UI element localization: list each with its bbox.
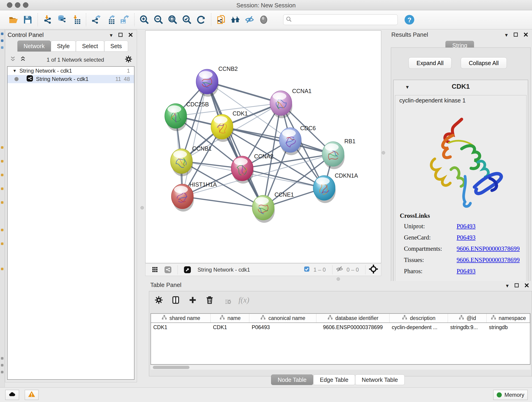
collapse-panel-icon[interactable]: ▼: [504, 32, 509, 38]
copy-document-button[interactable]: [214, 12, 228, 27]
select-columns-icon[interactable]: [169, 294, 182, 306]
open-folder-button[interactable]: [6, 12, 21, 27]
zoom-fit-button[interactable]: [166, 12, 180, 27]
network-edge-CCNB2-HIST1H1A[interactable]: [182, 82, 207, 196]
network-view-canvas[interactable]: CCNB2CCNA1CDC25BCDK1CDC6RB1CCNB1CCNA2CDK…: [145, 31, 381, 263]
open-external-view-icon[interactable]: [181, 263, 194, 276]
tab-edge-table[interactable]: Edge Table: [313, 375, 355, 385]
network-node-RB1[interactable]: RB1: [322, 138, 355, 169]
import-table-button[interactable]: [69, 12, 83, 27]
network-node-HIST1H1A[interactable]: HIST1H1A: [171, 181, 217, 211]
table-row[interactable]: CDK1CDK1P064939606.ENSP00000378699cyclin…: [151, 323, 530, 332]
export-network-button[interactable]: [89, 12, 103, 27]
table-hscrollbar-thumb[interactable]: [153, 366, 190, 369]
network-node-CCNB1[interactable]: CCNB1: [171, 145, 212, 176]
network-edge-CCNB2-CCNE1[interactable]: [207, 82, 263, 208]
eye-button[interactable]: [257, 12, 271, 27]
grid-view-icon[interactable]: [149, 263, 162, 276]
export-table-button[interactable]: [103, 12, 117, 27]
collapse-panel-icon[interactable]: ▼: [505, 283, 510, 288]
expand-all-button[interactable]: Expand All: [409, 57, 452, 69]
network-node-CDC25B[interactable]: CDC25B: [165, 101, 209, 131]
zoom-selected-button[interactable]: [180, 12, 194, 27]
column-header-canonical-name[interactable]: canonical name: [249, 314, 316, 322]
crosslink-value-link[interactable]: 9606.ENSP00000378699: [457, 245, 520, 252]
table-cell[interactable]: 9606.ENSP00000378699: [317, 323, 389, 332]
crosslink-value-link[interactable]: P06493: [457, 223, 476, 230]
column-header-namespace[interactable]: namespace: [487, 314, 530, 322]
tree-expander-icon[interactable]: ▼: [13, 69, 17, 73]
network-options-gear-icon[interactable]: [124, 55, 133, 65]
tab-select[interactable]: Select: [76, 41, 104, 51]
tab-sets[interactable]: Sets: [104, 41, 128, 51]
help-button[interactable]: ?: [402, 12, 417, 27]
float-panel-icon[interactable]: [513, 32, 519, 38]
float-panel-icon[interactable]: [514, 282, 520, 289]
save-button[interactable]: [21, 12, 35, 27]
zoom-in-button[interactable]: [137, 12, 152, 27]
import-network-button[interactable]: [41, 12, 55, 27]
float-panel-icon[interactable]: [118, 32, 123, 39]
delete-column-icon[interactable]: [203, 294, 216, 306]
table-cell[interactable]: stringdb:9...: [448, 323, 487, 332]
network-tree-root-row[interactable]: ▼ String Network - cdk1 1: [7, 67, 134, 75]
collapse-all-networks-icon[interactable]: [19, 56, 26, 64]
crosslink-label: Compartments:: [404, 245, 457, 252]
right-splitter-knob[interactable]: [382, 151, 385, 154]
network-node-CCNA1[interactable]: CCNA1: [270, 88, 312, 118]
table-cell[interactable]: CDK1: [210, 323, 249, 332]
column-header-shared-name[interactable]: shared name: [151, 314, 210, 322]
network-tree-row-selected[interactable]: String Network - cdk1 11 48: [7, 75, 134, 83]
left-splitter-knob[interactable]: [140, 206, 144, 210]
cloud-button[interactable]: [5, 390, 19, 400]
crosslink-value-link[interactable]: P06493: [457, 234, 476, 241]
hide-eye-button[interactable]: [242, 12, 257, 27]
crosslink-value-link[interactable]: P06493: [457, 268, 476, 275]
column-header-name[interactable]: name: [210, 314, 249, 322]
table-cell[interactable]: P06493: [249, 323, 316, 332]
add-column-icon[interactable]: [186, 294, 199, 306]
search-input[interactable]: [292, 17, 395, 23]
column-header-database-identifier[interactable]: database identifier: [317, 314, 389, 322]
delete-table-icon[interactable]: [220, 294, 233, 306]
close-panel-icon[interactable]: [128, 32, 133, 39]
tab-network[interactable]: Network: [17, 41, 51, 51]
crosslink-value-link[interactable]: 9606.ENSP00000378699: [457, 256, 520, 264]
tab-node-table[interactable]: Node Table: [271, 375, 313, 385]
import-database-button[interactable]: [55, 12, 69, 27]
table-gear-icon[interactable]: [152, 294, 165, 306]
hidden-eye-slash-icon[interactable]: [336, 265, 343, 274]
zoom-out-button[interactable]: [152, 12, 166, 27]
network-node-CDC6[interactable]: CDC6: [279, 125, 316, 155]
export-image-button[interactable]: [117, 12, 132, 27]
warning-button[interactable]: [25, 390, 38, 400]
function-builder-icon[interactable]: f(x): [237, 294, 251, 306]
collapse-all-button[interactable]: Collapse All: [461, 57, 507, 69]
bottom-splitter-knob[interactable]: [336, 277, 340, 281]
tab-network-table[interactable]: Network Table: [355, 375, 405, 385]
close-panel-icon[interactable]: [523, 32, 529, 38]
share-view-icon[interactable]: [162, 263, 174, 276]
fit-content-crosshair-icon[interactable]: [369, 264, 378, 275]
network-node-CCNB2[interactable]: CCNB2: [196, 65, 238, 97]
search-box[interactable]: [283, 14, 398, 25]
table-cell[interactable]: CDK1: [151, 323, 210, 332]
selected-checkbox-icon[interactable]: [303, 266, 310, 274]
table-cell[interactable]: stringdb: [487, 323, 530, 332]
table-hscrollbar[interactable]: [151, 365, 530, 370]
network-node-CCNA2[interactable]: CCNA2: [231, 153, 273, 184]
node-table-container: f(x) shared namenamecanonical namedataba…: [149, 291, 532, 376]
refresh-button[interactable]: [194, 12, 208, 27]
column-header--id[interactable]: @id: [448, 314, 487, 322]
network-node-CDKN1A[interactable]: CDKN1A: [313, 172, 358, 203]
column-header-description[interactable]: description: [389, 314, 448, 322]
table-cell[interactable]: cyclin-dependent ...: [389, 323, 448, 332]
close-panel-icon[interactable]: [524, 282, 530, 289]
expand-all-networks-icon[interactable]: [9, 56, 16, 64]
memory-button[interactable]: Memory: [493, 390, 528, 400]
home-pair-button[interactable]: [228, 12, 242, 27]
collapse-panel-icon[interactable]: ▼: [109, 33, 114, 38]
background-app-sliver-mark: [1, 46, 3, 49]
network-edge-HIST1H1A-CCNE1[interactable]: [182, 196, 263, 208]
tab-style[interactable]: Style: [51, 41, 76, 51]
